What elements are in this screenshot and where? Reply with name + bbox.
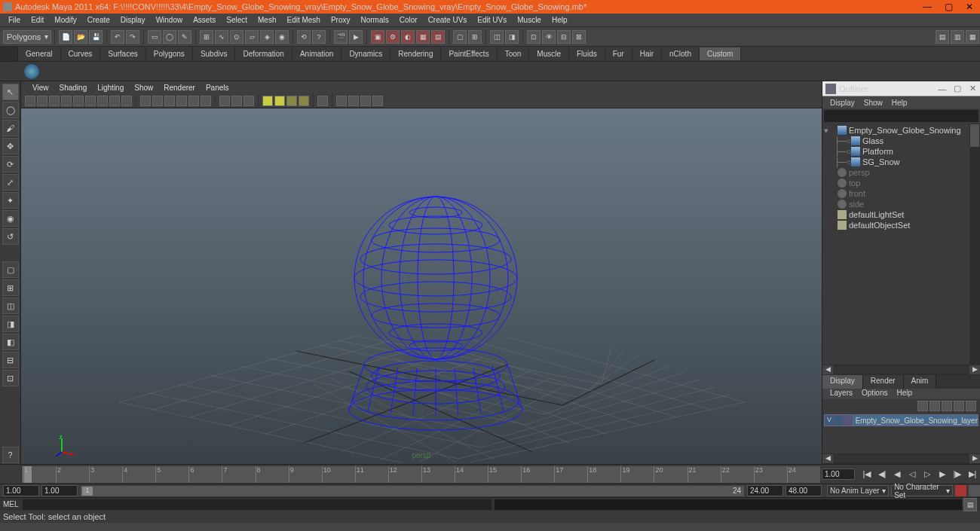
layer-move-down-button[interactable] [929,401,940,411]
menu-edit-uvs[interactable]: Edit UVs [472,16,512,24]
scale-tool[interactable]: ⤢ [2,174,19,191]
range-start-inner-field[interactable]: 1.00 [41,485,78,496]
character-set-dropdown[interactable]: No Character Set [891,485,953,496]
new-scene-button[interactable]: 📄 [59,30,72,44]
outliner-item[interactable]: defaultLightSet [824,209,978,220]
help-button[interactable]: ? [312,30,326,44]
hypershade-button[interactable]: ◐ [401,30,415,44]
script-editor-button[interactable]: ⊡ [2,370,19,386]
panel-menu-shading[interactable]: Shading [54,84,93,92]
lasso-select-button[interactable]: ◯ [163,30,176,44]
layout-four-button[interactable]: ⊞ [468,30,482,44]
wireframe-shaded-button[interactable]: ◨ [505,30,519,44]
hypershade-persp-button[interactable]: ◧ [2,334,19,350]
layer-new-selected-button[interactable] [954,401,964,411]
outliner-search-input[interactable] [824,110,978,122]
smooth-shade-icon[interactable] [152,96,163,106]
menu-help[interactable]: Help [547,16,573,24]
range-end-inner-field[interactable]: 24.00 [747,485,783,496]
shelf-tab-hair[interactable]: Hair [632,47,662,60]
xray-icon[interactable] [231,96,242,106]
attribute-editor-toggle[interactable]: ▤ [936,30,949,44]
outliner-tree[interactable]: ▾ Empty_Snow_Globe_Snowing├─○ Glass├─○ P… [822,124,980,365]
layer-list[interactable]: V Empty_Snow_Globe_Snowing_layer [822,413,980,453]
snap-live-button[interactable]: ◈ [260,30,274,44]
outliner-item[interactable]: defaultObjectSet [824,220,978,230]
panel-menu-lighting[interactable]: Lighting [92,84,129,92]
shelf-custom-icon[interactable] [24,64,39,79]
textured-icon[interactable] [164,96,175,106]
minimize-button[interactable]: — [917,0,938,14]
outliner-menu-display[interactable]: Display [825,99,859,107]
single-view-button[interactable]: ▢ [2,261,19,278]
grid-icon[interactable] [85,96,96,106]
image-plane-icon[interactable] [49,96,60,106]
layer-vis-toggle[interactable]: V [825,415,834,426]
script-editor-open-button[interactable]: ▤ [963,498,977,511]
shelf-tab-general[interactable]: General [18,47,61,60]
layer-hscroll[interactable]: ◀▶ [822,453,980,464]
persp-graph-button[interactable]: ◨ [2,316,19,332]
show-button[interactable]: 👁 [542,30,556,44]
exposure-icon[interactable] [348,96,359,106]
shelf-tab-muscle[interactable]: Muscle [529,47,569,60]
shelf-tab-rendering[interactable]: Rendering [390,47,441,60]
range-start-outer-field[interactable]: 1.00 [3,485,39,496]
menu-assets[interactable]: Assets [188,16,221,24]
outliner-item[interactable]: side [824,199,978,209]
maximize-button[interactable]: ▢ [938,0,959,14]
tool-settings-toggle[interactable]: ▥ [951,30,964,44]
render-settings-button[interactable]: ⚙ [386,30,400,44]
gate-mask-icon[interactable] [121,96,132,106]
render-button[interactable]: 🎬 [334,30,348,44]
auto-key-toggle[interactable] [969,485,980,496]
render-region-button[interactable]: ▣ [371,30,384,44]
select-mode-button[interactable]: ▭ [148,30,161,44]
outliner-close-button[interactable]: ✕ [965,84,980,93]
viewport-renderer-icon[interactable] [336,96,347,106]
manipulator-tool[interactable]: ✦ [2,192,19,209]
four-view-button[interactable]: ⊞ [2,279,19,296]
wireframe-icon[interactable] [140,96,151,106]
motion-blur-icon[interactable] [317,96,328,106]
shelf-tab-polygons[interactable]: Polygons [146,47,193,60]
step-back-button[interactable]: ◀ [891,468,903,481]
shelf-tab-dynamics[interactable]: Dynamics [341,47,390,60]
outliner-item[interactable]: persp [824,167,978,178]
panel-menu-view[interactable]: View [27,84,54,92]
shelf-tab-painteffects[interactable]: PaintEffects [441,47,497,60]
grease-pencil-icon[interactable] [73,96,84,106]
panel-menu-renderer[interactable]: Renderer [158,84,201,92]
menu-edit-mesh[interactable]: Edit Mesh [281,16,325,24]
shelf-tab-curves[interactable]: Curves [61,47,101,60]
menu-window[interactable]: Window [151,16,188,24]
shelf-tab-subdivs[interactable]: Subdivs [193,47,236,60]
menu-color[interactable]: Color [394,16,423,24]
outliner-menu-help[interactable]: Help [887,99,912,107]
layer-menu-options[interactable]: Options [857,389,892,399]
set-key-button[interactable] [955,485,966,496]
layer-tab-anim[interactable]: Anim [904,375,937,389]
snap-grid-button[interactable]: ⊞ [200,30,213,44]
close-button[interactable]: ✕ [959,0,980,14]
layout-single-button[interactable]: ▢ [453,30,467,44]
shelf-tab-fur[interactable]: Fur [605,47,632,60]
render-view-button[interactable]: ▦ [416,30,430,44]
xray-button[interactable]: ◫ [490,30,504,44]
outliner-item[interactable]: ├─○ Glass [824,136,978,146]
layer-type-toggle[interactable] [834,415,843,426]
camera-select-icon[interactable] [25,96,35,106]
save-scene-button[interactable]: 💾 [89,30,103,44]
menu-display[interactable]: Display [115,16,151,24]
open-scene-button[interactable]: 📂 [74,30,87,44]
panel-menu-show[interactable]: Show [129,84,158,92]
shelf-tab-ncloth[interactable]: nCloth [662,47,700,60]
command-input[interactable] [23,499,492,510]
go-to-end-button[interactable]: ▶| [966,468,978,481]
shelf-tab-animation[interactable]: Animation [292,47,341,60]
outliner-maximize-button[interactable]: ▢ [950,84,965,93]
snap-plane-button[interactable]: ▱ [245,30,259,44]
show-all-button[interactable]: ⊟ [557,30,571,44]
time-slider[interactable]: 123456789101112131415161718192021222324 … [0,464,980,484]
light-icon-4[interactable] [299,96,309,106]
